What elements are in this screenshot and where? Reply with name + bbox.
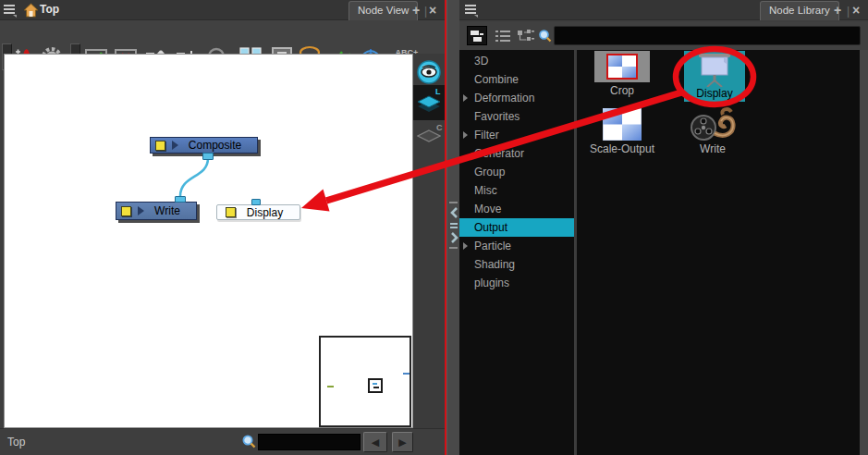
splitter-tick xyxy=(449,202,458,203)
category-combine[interactable]: Combine xyxy=(459,70,574,89)
add-view-button[interactable]: + xyxy=(834,1,841,19)
node-library-content: 3D Combine Deformation Favorites Filter … xyxy=(459,50,868,455)
category-output[interactable]: Output xyxy=(459,218,574,237)
library-item-label: Display xyxy=(684,87,745,100)
node-view-statusbar: Top ◀ ▶ xyxy=(0,428,445,455)
splitter-tick xyxy=(449,247,458,249)
minimap-node-mark xyxy=(373,387,379,388)
tab-node-library[interactable]: Node Library xyxy=(760,1,839,20)
library-search-input[interactable] xyxy=(554,26,861,45)
scale-output-node-icon xyxy=(603,108,642,141)
library-item-crop[interactable] xyxy=(594,51,650,82)
category-filter[interactable]: Filter xyxy=(459,126,574,144)
expand-arrow-icon[interactable] xyxy=(463,94,468,102)
layers-letter: L xyxy=(435,87,441,96)
navigator-minimap[interactable] xyxy=(319,336,411,427)
prev-node-button[interactable]: ◀ xyxy=(363,432,387,452)
panel-splitter[interactable] xyxy=(446,0,459,455)
category-plugins[interactable]: plugins xyxy=(459,274,574,292)
node-search-input[interactable] xyxy=(258,434,361,450)
minimap-node-mark xyxy=(327,386,334,387)
composite-view-button[interactable]: C xyxy=(413,123,445,149)
panel-menu-icon[interactable] xyxy=(464,4,479,18)
expand-arrow-icon[interactable] xyxy=(463,131,468,139)
expand-arrow-icon xyxy=(138,206,144,215)
category-misc[interactable]: Misc xyxy=(459,181,574,200)
node-view-toolbar: ABC+ +ABC xyxy=(0,20,445,54)
node-label: Composite xyxy=(178,139,257,152)
icon-view-button[interactable] xyxy=(467,26,487,45)
library-item-write[interactable] xyxy=(690,107,736,142)
node-canvas[interactable]: Composite Write Display xyxy=(4,54,413,428)
write-node-icon xyxy=(690,107,736,142)
node-library-tabbar: Node Library + | × xyxy=(459,0,868,20)
tab-node-view[interactable]: Node View xyxy=(348,1,418,20)
close-view-button[interactable]: × xyxy=(852,1,860,19)
write-input-port[interactable] xyxy=(175,196,186,203)
expand-arrow-icon[interactable] xyxy=(463,242,468,250)
search-icon xyxy=(241,434,257,449)
show-hide-eye-button[interactable] xyxy=(416,59,442,85)
current-group-label: Top xyxy=(7,436,25,449)
add-view-button[interactable]: + xyxy=(412,1,420,19)
node-label: Display xyxy=(236,206,300,219)
node-write[interactable]: Write xyxy=(116,202,197,220)
node-library-toolbar xyxy=(459,22,868,50)
node-library-panel: Node Library + | × 3D Combine xyxy=(459,0,868,455)
collapse-left-icon[interactable] xyxy=(449,206,458,219)
node-label: Write xyxy=(144,204,196,217)
node-display[interactable]: Display xyxy=(216,204,300,220)
minimap-view-rect[interactable] xyxy=(368,378,383,393)
category-deformation[interactable]: Deformation xyxy=(459,89,574,107)
minimap-node-mark xyxy=(403,373,410,375)
splitter-grip xyxy=(450,227,458,228)
category-move[interactable]: Move xyxy=(459,200,574,218)
thumbnail-toggle-icon[interactable] xyxy=(121,206,131,216)
splitter-grip xyxy=(450,223,458,225)
category-favorites[interactable]: Favorites xyxy=(459,107,574,126)
crop-node-icon xyxy=(606,54,638,80)
library-item-label: Crop xyxy=(594,84,650,97)
collapse-right-icon[interactable] xyxy=(449,231,458,244)
category-shading[interactable]: Shading xyxy=(459,255,574,274)
panel-menu-icon[interactable] xyxy=(3,4,18,18)
list-grid-divider xyxy=(574,50,577,455)
breadcrumb: Top xyxy=(40,0,59,19)
node-composite[interactable]: Composite xyxy=(150,137,258,154)
next-node-button[interactable]: ▶ xyxy=(392,432,413,452)
search-icon xyxy=(538,29,553,43)
library-item-label: Scale-Output xyxy=(578,142,666,155)
composite-letter: C xyxy=(436,123,443,132)
node-view-panel: Top Node View + | × xyxy=(0,0,445,455)
category-generator[interactable]: Generator xyxy=(459,144,574,163)
category-3d[interactable]: 3D xyxy=(459,52,574,70)
category-list: 3D Combine Deformation Favorites Filter … xyxy=(459,50,574,455)
composite-output-port[interactable] xyxy=(202,153,214,160)
canvas-side-toolbar: L C xyxy=(413,54,445,428)
tab-separator: | xyxy=(424,2,427,20)
display-node-icon xyxy=(697,54,732,87)
library-scrollbar[interactable] xyxy=(860,50,868,455)
library-item-scale-output[interactable] xyxy=(603,108,642,141)
close-view-button[interactable]: × xyxy=(429,1,436,19)
home-icon[interactable] xyxy=(23,3,39,18)
node-view-tabbar: Top Node View + | × xyxy=(0,0,445,20)
harmony-workspace: Top Node View + | × xyxy=(0,0,868,455)
layers-view-button[interactable]: L xyxy=(413,85,445,120)
display-input-port[interactable] xyxy=(251,199,261,205)
expand-arrow-icon xyxy=(172,141,178,150)
category-particle[interactable]: Particle xyxy=(459,237,574,255)
tab-separator: | xyxy=(847,2,850,20)
category-group[interactable]: Group xyxy=(459,163,574,181)
tree-view-button[interactable] xyxy=(515,26,535,45)
library-item-label: Write xyxy=(685,142,740,155)
thumbnail-toggle-icon[interactable] xyxy=(226,207,236,217)
library-item-display[interactable]: Display xyxy=(684,51,745,102)
minimap-node-mark xyxy=(373,383,377,385)
thumbnail-toggle-icon[interactable] xyxy=(155,141,165,151)
list-view-button[interactable] xyxy=(493,26,513,45)
